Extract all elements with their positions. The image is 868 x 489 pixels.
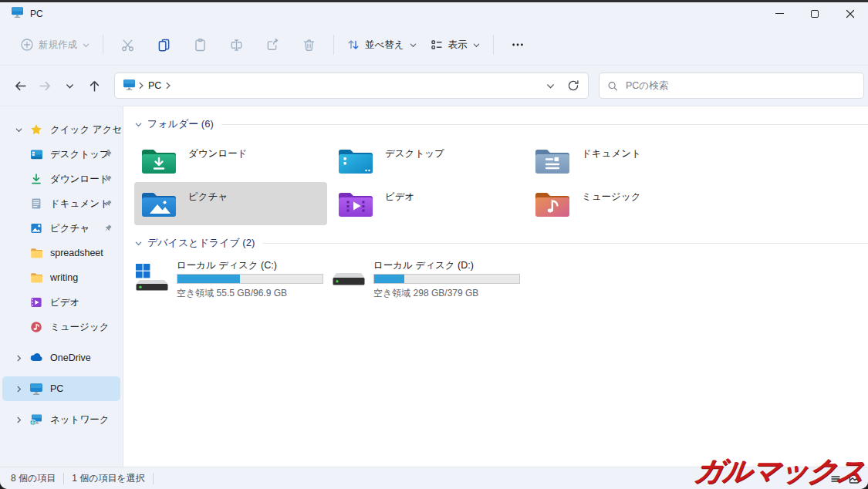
onedrive-cloud-icon	[29, 351, 43, 365]
close-button[interactable]	[833, 2, 868, 25]
folder-tile-documents[interactable]: ドキュメント	[528, 139, 721, 182]
maximize-button[interactable]	[797, 2, 833, 25]
pin-icon	[103, 224, 113, 233]
back-arrow-icon	[13, 79, 28, 93]
forward-arrow-icon	[38, 79, 52, 93]
sidebar-item-label: ミュージック	[50, 321, 109, 334]
search-icon	[607, 80, 618, 92]
group-header-folders[interactable]: フォルダー (6)	[134, 116, 868, 133]
drive-tile-c[interactable]: ローカル ディスク (C:) 空き領域 55.5 GB/96.9 GB	[134, 258, 327, 309]
view-layout-icon	[430, 38, 444, 52]
videos-icon	[30, 296, 42, 309]
sidebar-item-videos[interactable]: ビデオ	[2, 290, 120, 315]
rename-button[interactable]	[218, 32, 255, 58]
sidebar-item-onedrive[interactable]: OneDrive	[2, 346, 120, 370]
window-title: PC	[30, 8, 43, 19]
desktop-icon	[30, 148, 43, 161]
refresh-button[interactable]	[563, 76, 583, 96]
folder-tile-downloads[interactable]: ダウンロード	[134, 139, 327, 182]
sort-arrows-icon	[346, 38, 360, 52]
sidebar-item-documents[interactable]: ドキュメント	[2, 191, 120, 216]
navigation-pane: クイック アクセス デスクトップ ダウンロード ドキュメント ピクチャ	[0, 106, 123, 467]
search-box[interactable]	[599, 73, 864, 99]
chevron-down-icon	[82, 41, 90, 49]
downloads-folder-icon	[140, 145, 177, 176]
sort-button[interactable]: 並べ替え	[340, 32, 424, 57]
drive-name: ローカル ディスク (C:)	[177, 259, 323, 272]
folder-tile-label: デスクトップ	[385, 139, 444, 160]
sidebar-item-label: spreadsheet	[50, 248, 103, 258]
navigation-bar: PC	[0, 66, 868, 106]
sidebar-item-label: ビデオ	[50, 296, 79, 309]
address-dropdown-button[interactable]	[540, 76, 560, 96]
more-options-button[interactable]	[500, 32, 535, 57]
command-toolbar: 新規作成 並べ替え 表示	[0, 25, 868, 66]
minimize-button[interactable]	[762, 2, 797, 25]
drive-usage-bar	[373, 274, 520, 284]
group-divider	[221, 124, 868, 125]
download-icon	[30, 173, 42, 185]
folder-tile-desktop[interactable]: デスクトップ	[331, 139, 524, 182]
back-button[interactable]	[8, 73, 32, 98]
search-input[interactable]	[624, 79, 856, 92]
desktop-folder-icon	[337, 145, 374, 176]
sidebar-item-downloads[interactable]: ダウンロード	[2, 167, 120, 191]
star-icon	[30, 123, 42, 136]
chevron-down-icon	[545, 81, 556, 91]
breadcrumb-pc[interactable]: PC	[148, 80, 161, 91]
drive-free-space: 空き領域 55.5 GB/96.9 GB	[177, 287, 323, 300]
cut-button[interactable]	[110, 32, 146, 58]
documents-folder-icon	[534, 145, 571, 176]
folder-tile-label: ビデオ	[385, 182, 414, 204]
chevron-down-icon	[15, 126, 23, 134]
sidebar-item-label: クイック アクセス	[50, 123, 123, 137]
group-header-label: デバイスとドライブ (2)	[147, 236, 255, 250]
copy-icon	[157, 38, 171, 52]
sidebar-item-pc[interactable]: PC	[2, 376, 120, 401]
drive-name: ローカル ディスク (D:)	[373, 259, 520, 272]
drive-usage-bar	[177, 274, 323, 284]
pin-icon	[103, 199, 113, 208]
sidebar-item-spreadsheet[interactable]: spreadsheet	[2, 241, 120, 265]
folder-tile-label: ピクチャ	[188, 182, 228, 204]
videos-folder-icon	[337, 188, 374, 219]
address-bar[interactable]: PC	[114, 73, 589, 99]
plus-circle-icon	[20, 38, 34, 52]
recent-locations-button[interactable]	[57, 73, 82, 98]
items-view: フォルダー (6) ダウンロード デスクトップ ドキュメント	[123, 106, 868, 467]
sidebar-item-desktop[interactable]: デスクトップ	[2, 142, 120, 167]
sidebar-item-writing[interactable]: writing	[2, 265, 120, 290]
sidebar-item-pictures[interactable]: ピクチャ	[2, 216, 120, 241]
music-folder-icon	[534, 188, 571, 219]
forward-button[interactable]	[32, 73, 57, 98]
selection-count: 1 個の項目を選択	[72, 472, 145, 485]
toolbar-separator	[103, 35, 103, 55]
share-button[interactable]	[255, 32, 291, 58]
drive-tile-d[interactable]: ローカル ディスク (D:) 空き領域 298 GB/379 GB	[331, 258, 524, 309]
new-button-label: 新規作成	[39, 39, 77, 52]
sidebar-item-quick-access[interactable]: クイック アクセス	[2, 117, 120, 142]
sidebar-item-music[interactable]: ミュージック	[2, 315, 120, 339]
ellipsis-icon	[511, 38, 525, 52]
explorer-body: クイック アクセス デスクトップ ダウンロード ドキュメント ピクチャ	[0, 106, 868, 467]
delete-button[interactable]	[291, 32, 327, 58]
cut-icon	[120, 38, 135, 52]
pictures-folder-icon	[140, 188, 177, 219]
music-icon	[30, 321, 42, 333]
folder-icon	[30, 271, 43, 285]
sidebar-item-label: ダウンロード	[50, 173, 109, 186]
copy-button[interactable]	[146, 32, 182, 58]
folder-tile-pictures[interactable]: ピクチャ	[134, 182, 327, 225]
paste-button[interactable]	[182, 32, 218, 58]
sidebar-item-network[interactable]: ネットワーク	[2, 407, 120, 432]
folder-tile-videos[interactable]: ビデオ	[331, 182, 524, 225]
folders-grid: ダウンロード デスクトップ ドキュメント ピクチャ ビデオ	[134, 139, 868, 225]
group-divider	[262, 243, 868, 244]
drive-usage-fill	[177, 275, 240, 283]
minimize-icon	[775, 13, 784, 14]
group-header-devices[interactable]: デバイスとドライブ (2)	[134, 234, 868, 251]
up-button[interactable]	[82, 73, 106, 98]
new-button[interactable]: 新規作成	[14, 32, 96, 57]
folder-tile-music[interactable]: ミュージック	[528, 182, 721, 225]
view-button[interactable]: 表示	[424, 32, 487, 57]
